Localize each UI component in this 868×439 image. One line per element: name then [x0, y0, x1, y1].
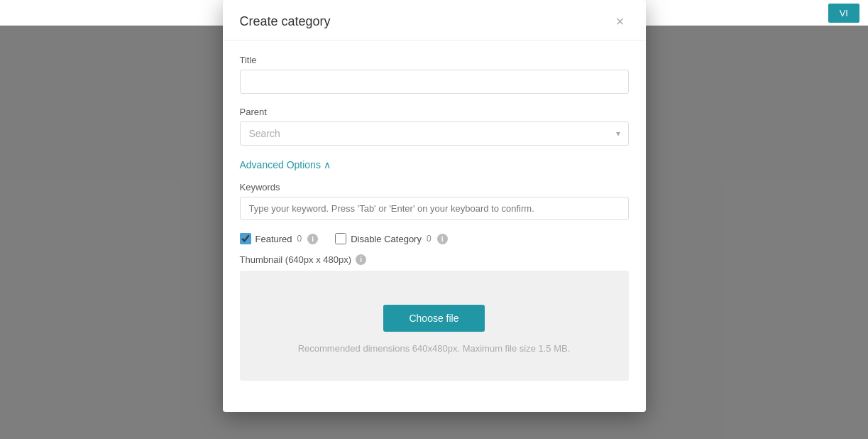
disable-category-count: 0 [427, 234, 432, 244]
modal-backdrop: Create category × Title Parent Search ▾ [0, 0, 868, 439]
parent-select-wrapper: Search ▾ [240, 121, 629, 146]
thumbnail-label: Thumbnail (640px x 480px) i [240, 254, 629, 265]
chevron-up-icon: ∧ [324, 159, 331, 170]
disable-category-checkbox-item[interactable]: Disable Category 0 i [335, 233, 447, 244]
modal-body: Title Parent Search ▾ Advanced Options ∧ [223, 40, 646, 395]
parent-label: Parent [240, 107, 629, 117]
parent-select[interactable]: Search [240, 121, 629, 146]
thumbnail-dropzone: Choose file Recommended dimensions 640x4… [240, 271, 629, 381]
title-label: Title [240, 55, 629, 65]
keywords-input[interactable] [240, 197, 629, 220]
title-input[interactable] [240, 70, 629, 94]
create-category-modal: Create category × Title Parent Search ▾ [223, 0, 646, 412]
thumbnail-group: Thumbnail (640px x 480px) i Choose file … [240, 254, 629, 381]
disable-category-checkbox[interactable] [335, 233, 346, 244]
featured-count: 0 [297, 234, 302, 244]
choose-file-button[interactable]: Choose file [383, 305, 484, 332]
modal-header: Create category × [223, 0, 646, 40]
featured-checkbox[interactable] [240, 233, 251, 244]
keywords-label: Keywords [240, 182, 629, 193]
disable-category-info-icon: i [437, 234, 448, 244]
thumbnail-info-icon: i [356, 254, 366, 265]
title-group: Title [240, 55, 629, 94]
featured-checkbox-item[interactable]: Featured 0 i [240, 233, 319, 244]
modal-title: Create category [240, 14, 331, 29]
disable-category-label: Disable Category [351, 234, 422, 244]
parent-group: Parent Search ▾ [240, 107, 629, 146]
checkboxes-row: Featured 0 i Disable Category 0 i [240, 233, 629, 244]
thumbnail-hint: Recommended dimensions 640x480px. Maximu… [298, 343, 571, 354]
keywords-group: Keywords [240, 182, 629, 220]
featured-label: Featured [256, 234, 292, 244]
close-button[interactable]: × [612, 13, 629, 30]
advanced-options-label: Advanced Options [240, 159, 321, 170]
featured-info-icon: i [307, 234, 318, 244]
advanced-options-toggle[interactable]: Advanced Options ∧ [240, 159, 331, 170]
